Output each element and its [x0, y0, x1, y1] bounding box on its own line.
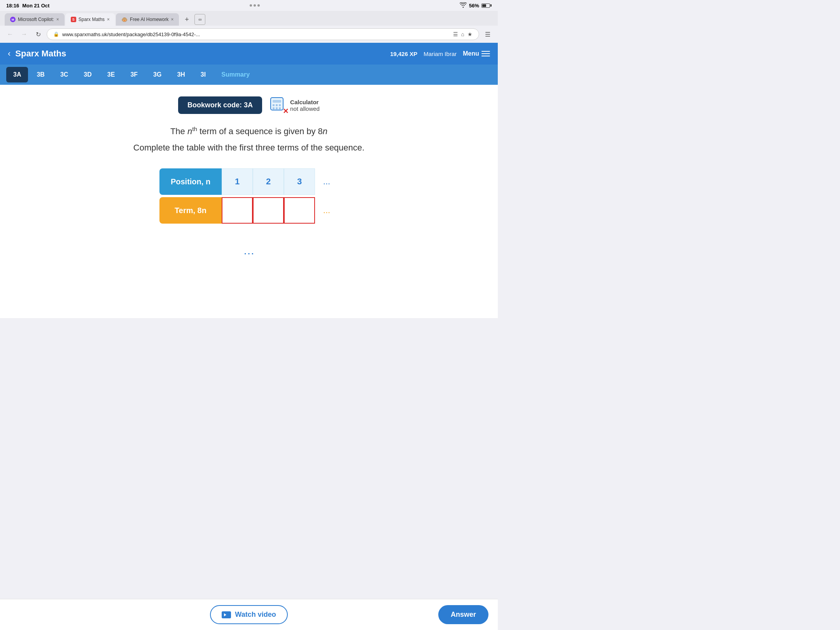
- term-row: Term, 8n ...: [159, 197, 338, 224]
- calculator-status: ✕ Calculator not allowed: [270, 97, 320, 114]
- term-input-3[interactable]: [284, 197, 315, 224]
- menu-button[interactable]: Menu: [463, 50, 490, 57]
- calculator-label: Calculator: [290, 99, 320, 105]
- user-name: Mariam Ibrar: [424, 51, 457, 57]
- svg-rect-4: [273, 104, 275, 106]
- tab-3I[interactable]: 3I: [194, 67, 213, 82]
- tab-ai[interactable]: 🐵 Free AI Homework ×: [116, 13, 179, 26]
- extensions-button[interactable]: ∞: [194, 14, 205, 25]
- svg-rect-3: [273, 100, 281, 103]
- term-header: Term, 8n: [159, 197, 222, 224]
- bookwork-area: Bookwork code: 3A ✕ Calculator not allow…: [16, 96, 482, 114]
- more-options-button[interactable]: ☰: [482, 29, 493, 40]
- calculator-icon: ✕: [270, 97, 287, 114]
- hamburger-icon: [481, 51, 490, 56]
- position-row: Position, n 1 2 3 ...: [159, 168, 338, 195]
- tab-3D[interactable]: 3D: [77, 67, 98, 82]
- status-bar: 18:16 Mon 21 Oct 56%: [0, 0, 498, 11]
- term-input-field-3[interactable]: [286, 199, 313, 222]
- tab-close-sparx[interactable]: ×: [107, 17, 110, 22]
- tab-3A[interactable]: 3A: [6, 67, 28, 82]
- lock-icon: 🔒: [53, 32, 59, 37]
- svg-rect-8: [276, 107, 278, 109]
- tab-sparx[interactable]: S Sparx Maths ×: [65, 13, 115, 26]
- term-input-field-2[interactable]: [255, 199, 282, 222]
- term-dots: ...: [315, 197, 338, 224]
- forward-button[interactable]: →: [19, 29, 30, 40]
- position-dots: ...: [315, 168, 338, 195]
- svg-rect-5: [276, 104, 278, 106]
- position-header: Position, n: [159, 168, 222, 195]
- address-text: www.sparxmaths.uk/student/package/db2541…: [62, 32, 450, 37]
- app-back-button[interactable]: ‹: [8, 49, 10, 59]
- xp-display: 19,426 XP: [390, 51, 417, 57]
- tab-3E[interactable]: 3E: [100, 67, 122, 82]
- question-section: The nth term of a sequence is given by 8…: [16, 126, 482, 153]
- question-line2: Complete the table with the first three …: [16, 143, 482, 153]
- tab-summary[interactable]: Summary: [214, 67, 257, 82]
- address-bar-row: ← → ↻ 🔒 www.sparxmaths.uk/student/packag…: [0, 26, 498, 43]
- svg-rect-9: [279, 107, 281, 109]
- new-tab-button[interactable]: +: [181, 14, 192, 25]
- bookmark-icon[interactable]: ★: [467, 31, 472, 37]
- position-cell-1: 1: [222, 168, 253, 195]
- svg-rect-7: [273, 107, 275, 109]
- date-display: Mon 21 Oct: [22, 3, 49, 9]
- time-display: 18:16: [6, 3, 19, 9]
- tab-3G[interactable]: 3G: [146, 67, 168, 82]
- question-line1: The nth term of a sequence is given by 8…: [16, 126, 482, 136]
- term-input-1[interactable]: [222, 197, 253, 224]
- battery-percent: 56%: [469, 3, 479, 9]
- tab-close-copilot[interactable]: ×: [56, 17, 59, 22]
- battery-icon: [481, 4, 492, 8]
- reader-icon[interactable]: ☰: [453, 31, 458, 37]
- tab-3F[interactable]: 3F: [123, 67, 145, 82]
- term-input-field-1[interactable]: [224, 199, 251, 222]
- tabs-navigation: 3A 3B 3C 3D 3E 3F 3G 3H 3I Summary: [0, 65, 498, 85]
- address-actions: ☰ ⌂ ★: [453, 31, 472, 37]
- home-icon[interactable]: ⌂: [461, 31, 464, 37]
- wifi-icon: [460, 2, 467, 9]
- scroll-hint: ⋯: [16, 239, 482, 268]
- main-content: Bookwork code: 3A ✕ Calculator not allow…: [0, 85, 498, 318]
- tab-3C[interactable]: 3C: [53, 67, 75, 82]
- svg-text:M: M: [12, 18, 14, 21]
- browser-chrome: M Microsoft Copilot: × S Sparx Maths × 🐵…: [0, 11, 498, 43]
- bookwork-badge: Bookwork code: 3A: [178, 96, 262, 114]
- position-cell-2: 2: [253, 168, 284, 195]
- tab-3H[interactable]: 3H: [170, 67, 192, 82]
- svg-rect-6: [279, 104, 281, 106]
- back-button[interactable]: ←: [5, 29, 16, 40]
- position-cell-3: 3: [284, 168, 315, 195]
- tab-bar: M Microsoft Copilot: × S Sparx Maths × 🐵…: [0, 13, 498, 26]
- tab-close-ai[interactable]: ×: [171, 17, 173, 22]
- refresh-button[interactable]: ↻: [33, 29, 44, 40]
- calculator-not-allowed: not allowed: [290, 105, 320, 112]
- app-header: ‹ Sparx Maths 19,426 XP Mariam Ibrar Men…: [0, 43, 498, 65]
- header-right: 19,426 XP Mariam Ibrar Menu: [390, 50, 490, 57]
- term-input-2[interactable]: [253, 197, 284, 224]
- address-bar[interactable]: 🔒 www.sparxmaths.uk/student/package/db25…: [47, 28, 479, 40]
- app-logo: Sparx Maths: [15, 49, 390, 59]
- tab-copilot[interactable]: M Microsoft Copilot: ×: [5, 13, 65, 26]
- tab-3B[interactable]: 3B: [30, 67, 51, 82]
- sequence-table: Position, n 1 2 3 ... Term, 8n ...: [159, 168, 338, 224]
